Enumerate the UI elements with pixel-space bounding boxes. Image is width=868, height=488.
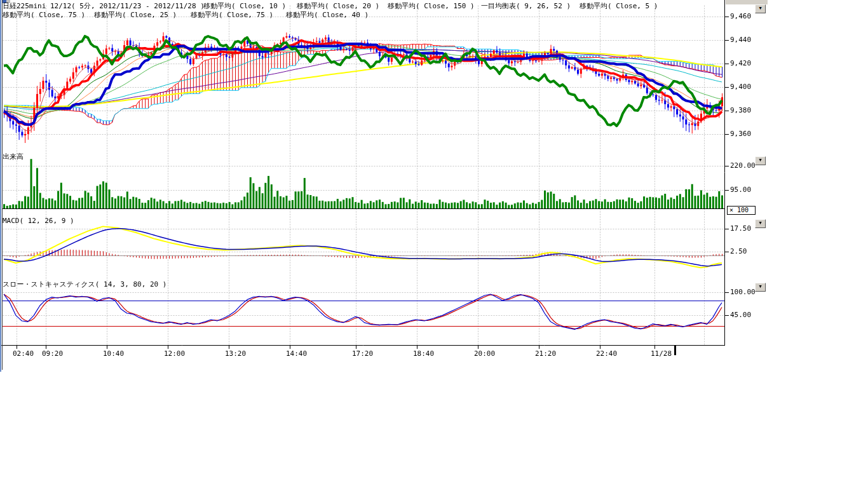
- time-axis-label: 22:40: [596, 350, 617, 357]
- macd-scale-dropdown-button[interactable]: ▼: [755, 219, 766, 228]
- time-axis-label: 20:00: [474, 350, 495, 357]
- time-axis-label: 18:40: [413, 350, 434, 357]
- stoch-scale-dropdown-button[interactable]: ▼: [755, 283, 766, 292]
- volume-axis-label: 220.00: [730, 162, 756, 169]
- time-axis-label: 14:40: [286, 350, 307, 357]
- price-scale-dropdown-button[interactable]: ▼: [755, 4, 766, 13]
- volume-scale-dropdown-button[interactable]: ▼: [755, 156, 766, 165]
- legend-ma-close-25: 移動平均( Close, 25 ): [94, 10, 177, 20]
- legend-ichimoku: 一目均衡表( 9, 26, 52 ): [481, 1, 571, 11]
- macd-axis-label: 2.50: [730, 248, 747, 255]
- macd-axis-label: 17.50: [730, 225, 751, 232]
- time-axis-label: 11/28: [651, 350, 672, 357]
- time-axis-label: 21:20: [535, 350, 556, 357]
- legend-ma-close-5: 移動平均( Close, 5 ): [580, 1, 658, 11]
- volume-panel-title: 出来高: [3, 153, 24, 161]
- stoch-axis-label: 100.00: [730, 288, 756, 295]
- time-axis-label: 09:20: [42, 350, 63, 357]
- chart-application: 日経225mini 12/12( 5分, 2012/11/23 - 2012/1…: [0, 0, 868, 488]
- time-axis-label: 12:00: [164, 350, 185, 357]
- legend-ma-close-20: 移動平均( Close, 20 ): [297, 1, 379, 11]
- price-axis-label: 9,420: [730, 60, 751, 67]
- price-axis-label: 9,360: [730, 130, 751, 137]
- time-axis-label: 10:40: [103, 350, 124, 357]
- time-axis-label: 13:20: [225, 350, 246, 357]
- volume-axis-label: 95.00: [730, 186, 751, 193]
- window-left-border: [0, 0, 1, 372]
- stoch-axis-label: 45.00: [730, 311, 751, 318]
- legend-ma-close-40: 移動平均( Close, 40 ): [286, 10, 369, 20]
- legend-ma-close-75a: 移動平均( Close, 75 ): [3, 10, 85, 20]
- price-axis-label: 9,400: [730, 83, 751, 90]
- legend-ma-close-10: 移動平均( Close, 10 ): [203, 1, 286, 11]
- legend-ma-close-75b: 移動平均( Close, 75 ): [191, 10, 273, 20]
- time-axis-label: 17:20: [352, 350, 373, 357]
- price-axis-label: 9,440: [730, 36, 751, 43]
- scale-column-top-strip: [726, 0, 768, 4]
- macd-panel-title: MACD( 12, 26, 9 ): [3, 217, 74, 225]
- time-axis-label: 02:40: [13, 350, 34, 357]
- price-chart-canvas[interactable]: [0, 0, 868, 488]
- legend-ma-close-150: 移動平均( Close, 150 ): [388, 1, 475, 11]
- chart-left-edge: [2, 0, 3, 370]
- price-axis-label: 9,380: [730, 107, 751, 114]
- chart-title: 日経225mini 12/12( 5分, 2012/11/23 - 2012/1…: [3, 1, 205, 11]
- price-axis-label: 9,460: [730, 13, 751, 20]
- stoch-panel-title: スロー・ストキャスティクス( 14, 3, 80, 20 ): [3, 281, 166, 288]
- volume-multiplier-badge: × 100: [727, 206, 756, 215]
